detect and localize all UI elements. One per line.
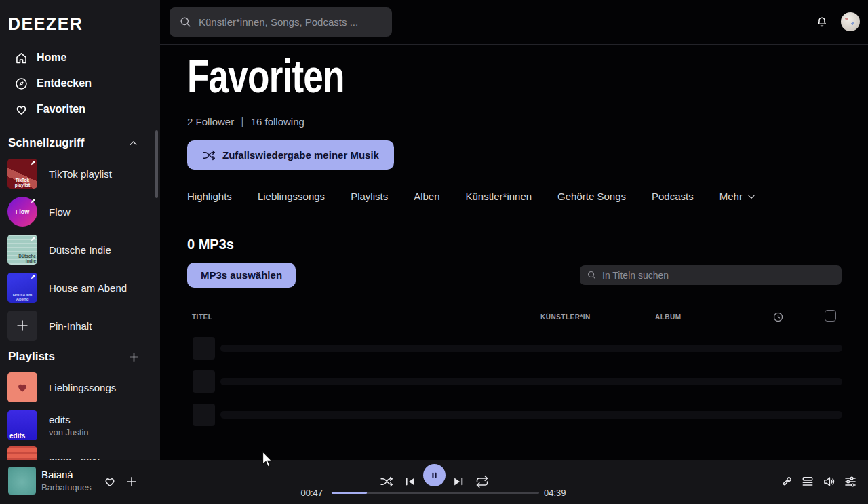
search-icon — [587, 270, 597, 280]
queue-icon[interactable] — [801, 475, 814, 488]
skeleton-cover — [193, 404, 215, 426]
plus-icon — [7, 311, 37, 341]
skeleton-row — [187, 404, 841, 426]
previous-track-icon[interactable] — [403, 475, 417, 488]
column-titel[interactable]: TITEL — [192, 313, 212, 321]
chevron-up-icon[interactable] — [127, 138, 139, 149]
quick-item-flow[interactable]: Flow Flow — [0, 193, 160, 231]
playlist-cover — [7, 446, 37, 460]
notifications-bell-icon[interactable] — [815, 15, 829, 28]
add-playlist-icon[interactable] — [127, 351, 140, 364]
playlists-header: Playlists — [0, 345, 160, 369]
pause-button[interactable] — [423, 464, 446, 486]
seek-bar[interactable] — [332, 492, 539, 494]
tab-mehr[interactable]: Mehr — [719, 191, 757, 202]
tab-highlights[interactable]: Highlights — [187, 191, 232, 202]
pin-icon — [29, 273, 37, 281]
follow-stats: 2 Follower | 16 following — [187, 115, 304, 128]
column-album[interactable]: ALBUM — [655, 313, 682, 321]
track-search-input[interactable] — [602, 270, 842, 281]
followers-count[interactable]: 2 Follower — [187, 116, 234, 128]
skeleton-bar — [220, 345, 842, 352]
sidebar-item-favoriten[interactable]: Favoriten — [0, 96, 160, 122]
select-mp3s-label: MP3s auswählen — [201, 269, 282, 281]
tab-kuenstler[interactable]: Künstler*innen — [466, 191, 532, 202]
quick-item-dutsche-indie[interactable]: Dütsche Indie Dütsche Indie — [0, 231, 160, 269]
pin-icon — [29, 159, 37, 167]
duration-clock-icon — [772, 311, 784, 323]
table-header: TITEL KÜNSTLER*IN ALBUM — [187, 307, 841, 330]
cover-text: TikTok playlist — [7, 178, 37, 187]
shuffle-play-button[interactable]: Zufallswiedergabe meiner Musik — [187, 140, 394, 170]
repeat-icon[interactable] — [475, 475, 489, 488]
tab-alben[interactable]: Alben — [414, 191, 439, 202]
add-to-playlist-icon[interactable] — [125, 475, 138, 488]
shuffle-icon — [202, 149, 216, 162]
pin-icon — [29, 235, 37, 243]
tab-podcasts[interactable]: Podcasts — [652, 191, 694, 202]
search-icon — [179, 16, 192, 28]
quick-access-title: Schnellzugriff — [8, 136, 84, 150]
quick-item-house-am-abend[interactable]: House am Abend House am Abend — [0, 269, 160, 307]
now-playing-title[interactable]: Baianá — [41, 469, 73, 480]
heart-icon — [16, 381, 29, 394]
select-mp3s-button[interactable]: MP3s auswählen — [187, 263, 296, 288]
global-search[interactable] — [170, 7, 392, 37]
cover-text: Dütsche Indie — [7, 254, 37, 263]
playlist-label: Dütsche Indie — [49, 244, 111, 256]
tab-playlists[interactable]: Playlists — [351, 191, 388, 202]
nav-label: Favoriten — [37, 103, 85, 115]
playlist-label: Pin-Inhalt — [49, 320, 92, 332]
playlist-item-2000-2015[interactable]: 2000 - 2015 — [0, 442, 160, 460]
skeleton-bar — [220, 378, 842, 385]
nav-label: Home — [37, 52, 66, 64]
deezer-logo[interactable]: DEEZER — [8, 14, 83, 34]
page-title: Favoriten — [187, 54, 344, 98]
favorite-heart-icon[interactable] — [103, 475, 117, 488]
tab-lieblingssongs[interactable]: Lieblingssongs — [258, 191, 325, 202]
playlists-title: Playlists — [8, 350, 55, 364]
quick-item-tiktok-playlist[interactable]: TikTok playlist TikTok playlist — [0, 155, 160, 193]
playlist-label: Lieblingssongs — [49, 382, 116, 393]
elapsed-time: 00:47 — [292, 488, 323, 498]
select-all-checkbox[interactable] — [825, 310, 836, 322]
skeleton-row — [187, 370, 841, 393]
main-content: Favoriten 2 Follower | 16 following Zufa… — [160, 0, 868, 460]
playlist-item-edits[interactable]: edits edits von Justin — [0, 406, 160, 444]
playlist-cover: House am Abend — [7, 273, 37, 303]
chevron-down-icon — [746, 191, 757, 202]
volume-icon[interactable] — [823, 475, 836, 488]
playlist-item-lieblingssongs[interactable]: Lieblingssongs — [0, 368, 160, 406]
shuffle-icon[interactable] — [380, 475, 393, 488]
playlist-cover: edits — [7, 410, 37, 440]
pin-icon — [29, 197, 37, 205]
cover-text: edits — [7, 432, 37, 440]
progress-fill — [332, 492, 367, 494]
next-track-icon[interactable] — [452, 475, 465, 488]
user-avatar[interactable] — [841, 12, 860, 31]
now-playing-artist[interactable]: Barbatuques — [41, 482, 92, 492]
skeleton-row — [187, 337, 841, 360]
global-search-input[interactable] — [199, 16, 392, 28]
playlist-label: House am Abend — [49, 282, 127, 294]
playlist-label: edits — [49, 414, 89, 425]
tab-mehr-label: Mehr — [719, 191, 743, 202]
quick-access-header: Schnellzugriff — [0, 131, 160, 155]
stats-separator: | — [241, 115, 243, 128]
top-bar — [160, 0, 868, 45]
audio-settings-icon[interactable] — [844, 475, 857, 488]
following-count[interactable]: 16 following — [251, 116, 304, 128]
skeleton-cover — [193, 337, 215, 360]
main-nav: Home Entdecken Favoriten — [0, 45, 160, 122]
quick-item-pin-inhalt[interactable]: Pin-Inhalt — [0, 307, 160, 345]
sidebar-scrollbar[interactable] — [155, 130, 158, 198]
lyrics-mic-icon[interactable] — [780, 475, 793, 488]
home-icon — [14, 51, 28, 65]
shuffle-button-label: Zufallswiedergabe meiner Musik — [222, 149, 379, 161]
now-playing-cover[interactable] — [8, 467, 36, 495]
track-search[interactable] — [580, 265, 842, 285]
sidebar-item-entdecken[interactable]: Entdecken — [0, 71, 160, 96]
tab-gehoerte-songs[interactable]: Gehörte Songs — [557, 191, 626, 202]
sidebar-item-home[interactable]: Home — [0, 45, 160, 71]
column-kuenstler[interactable]: KÜNSTLER*IN — [540, 313, 591, 321]
